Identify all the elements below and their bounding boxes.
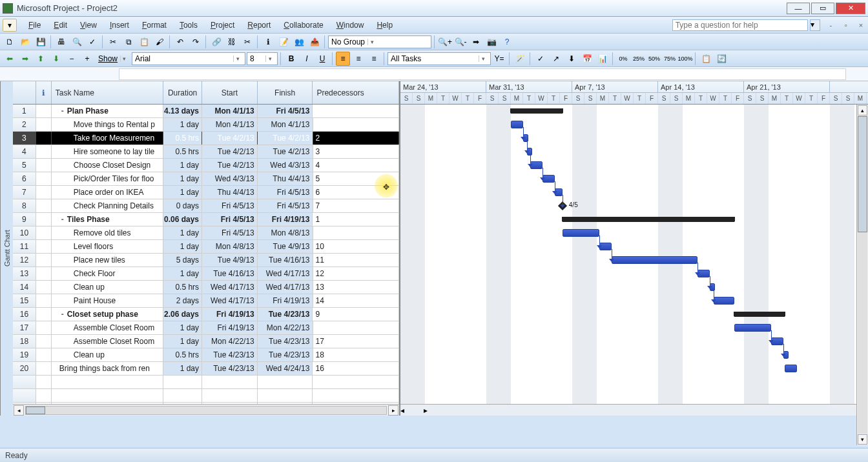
row-number[interactable]: 15 [13,294,36,307]
info-cell[interactable] [36,335,52,348]
start-cell[interactable]: Tue 4/23/13 [202,362,258,375]
entry-box[interactable] [119,68,846,80]
duration-cell[interactable]: 1 day [163,362,202,375]
duration-cell[interactable]: 1 day [163,226,202,239]
pred-cell[interactable] [313,118,400,131]
menu-insert[interactable]: Insert [103,19,136,32]
pred-cell[interactable]: 17 [313,335,400,348]
finish-cell[interactable]: Tue 4/23/13 [258,348,313,361]
name-cell[interactable]: Pick/Order Tiles for floo [52,172,163,185]
info-cell[interactable] [36,172,52,185]
reschedule-icon[interactable]: 🔄 [714,52,728,66]
start-cell[interactable]: Fri 4/19/13 [202,308,258,321]
name-header[interactable]: Task Name [52,81,163,104]
info-cell[interactable] [36,294,52,307]
task-row-5[interactable]: 5Choose Closet Design1 dayTue 4/2/13Wed … [13,159,399,172]
row-number[interactable]: 19 [13,348,36,361]
link-tasks-icon[interactable]: 🔗 [209,35,223,49]
finish-cell[interactable]: Tue 4/23/13 [258,308,313,321]
unlink-tasks-icon[interactable]: ⛓ [225,35,239,49]
gantt-wizard-icon[interactable]: 🪄 [513,52,527,66]
menu-edit[interactable]: Edit [47,19,74,32]
menu-tools[interactable]: Tools [173,19,204,32]
split-task-icon[interactable]: ✂ [240,35,254,49]
row-number[interactable]: 8 [13,199,36,212]
open-icon[interactable]: 📂 [18,35,32,49]
row-number[interactable]: 6 [13,172,36,185]
doc-close[interactable]: × [856,21,865,30]
menu-file[interactable]: File [22,19,47,32]
pred-cell[interactable]: 18 [313,348,400,361]
start-cell[interactable]: Wed 4/17/13 [202,281,258,294]
pred-cell[interactable]: 13 [313,281,400,294]
gantt-bar[interactable] [714,297,734,305]
menu-collaborate[interactable]: Collaborate [277,19,329,32]
gantt-bar[interactable] [563,229,599,237]
duration-cell[interactable]: 2.06 days [163,308,202,321]
row-number[interactable]: 10 [13,226,36,239]
track3-icon[interactable]: ⬇ [564,52,579,66]
finish-cell[interactable]: Tue 4/23/13 [258,335,313,348]
duration-cell[interactable]: 0.5 hrs [163,132,202,145]
gantt-h-scrollbar[interactable]: ◂ ▸ [400,404,868,416]
copy-picture-icon[interactable]: 📷 [484,35,499,49]
pred-cell[interactable] [313,321,400,334]
start-cell[interactable]: Mon 4/22/13 [202,335,258,348]
assign-resources-icon[interactable]: 👥 [292,35,306,49]
pred-cell[interactable]: 3 [313,145,400,158]
grid-h-scrollbar[interactable]: ◂ ▸ [13,404,399,416]
finish-cell[interactable]: Fri 4/19/13 [258,294,313,307]
indent-arrow-icon[interactable]: ➡ [18,52,32,66]
vscroll-thumb[interactable] [858,116,867,232]
pred-cell[interactable]: 6 [313,186,400,199]
print-preview-icon[interactable]: 🔍 [70,35,84,49]
pred-cell[interactable]: 12 [313,267,400,280]
show-outline-up-icon[interactable]: ⬆ [34,52,48,66]
cut-icon[interactable]: ✂ [106,35,120,49]
name-cell[interactable]: Remove old tiles [52,226,163,239]
duration-cell[interactable]: 0.5 hrs [163,145,202,158]
autofilter-icon[interactable]: Y= [492,52,506,66]
rownum-header[interactable] [13,81,36,104]
menu-report[interactable]: Report [241,19,277,32]
font-combo[interactable]: Arial▾ [132,52,245,65]
task-row-4[interactable]: 4Hire someone to lay tile0.5 hrsTue 4/2/… [13,145,399,159]
finish-cell[interactable]: Tue 4/9/13 [258,240,313,253]
start-cell[interactable]: Tue 4/2/13 [202,132,258,145]
info-cell[interactable] [36,105,52,117]
duration-cell[interactable]: 5 days [163,254,202,266]
info-cell[interactable] [36,240,52,253]
finish-cell[interactable]: Tue 4/16/13 [258,254,313,266]
task-row-1[interactable]: 1-Plan Phase4.13 daysMon 4/1/13Fri 4/5/1… [13,105,399,118]
start-cell[interactable]: Mon 4/1/13 [202,105,258,117]
row-number[interactable]: 12 [13,254,36,266]
finish-cell[interactable]: Mon 4/1/13 [258,118,313,131]
duration-header[interactable]: Duration [163,81,202,104]
track5-icon[interactable]: 📊 [595,52,610,66]
name-cell[interactable]: Check Planning Details [52,199,163,212]
info-cell[interactable] [36,308,52,321]
start-cell[interactable]: Tue 4/2/13 [202,159,258,172]
start-cell[interactable]: Fri 4/19/13 [202,321,258,334]
row-number[interactable]: 18 [13,335,36,348]
name-cell[interactable]: Hire someone to lay tile [52,145,163,158]
name-cell[interactable]: Choose Closet Design [52,159,163,172]
gantt-body[interactable]: 4/5 [400,105,868,404]
duration-cell[interactable]: 1 day [163,321,202,334]
align-right-icon[interactable]: ≡ [367,52,381,66]
info-cell[interactable] [36,254,52,266]
pred-cell[interactable]: 9 [313,308,399,321]
finish-cell[interactable]: Tue 4/2/13 [258,145,313,158]
goto-task-icon[interactable]: ➡ [469,35,483,49]
start-cell[interactable]: Tue 4/16/13 [202,267,258,280]
start-cell[interactable]: Wed 4/17/13 [202,294,258,307]
align-left-icon[interactable]: ≡ [336,52,350,66]
bold-icon[interactable]: B [284,52,298,66]
row-number[interactable]: 7 [13,186,36,199]
info-cell[interactable] [36,132,52,145]
name-cell[interactable]: -Closet setup phase [52,308,163,321]
progress100-icon[interactable]: 100% [678,52,692,66]
track2-icon[interactable]: ↗ [549,52,563,66]
start-cell[interactable]: Tue 4/23/13 [202,348,258,361]
menu-view[interactable]: View [74,19,103,32]
